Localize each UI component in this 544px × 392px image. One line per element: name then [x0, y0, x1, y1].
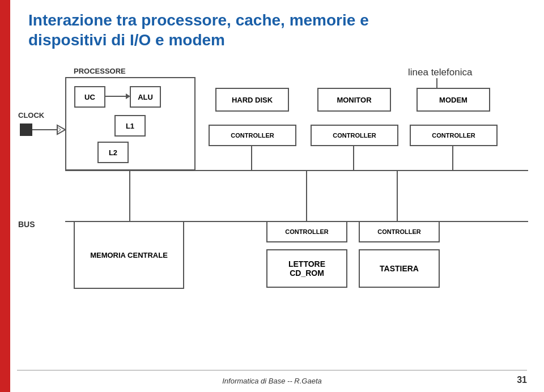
bus-line	[65, 170, 528, 171]
tastiera-controller-box: CONTROLLER	[359, 221, 440, 242]
uc-alu-arrow	[105, 91, 130, 101]
mc-vert-line	[129, 170, 130, 223]
alu-box: ALU	[130, 86, 161, 108]
red-bar	[0, 0, 10, 392]
clock-arrow	[32, 122, 65, 138]
modem-box: MODEM	[416, 88, 490, 112]
l1-box: L1	[114, 115, 146, 137]
lettore-cdrom-box: LETTORE CD_ROM	[266, 249, 347, 288]
title-line2: dispositivi di I/O e modem	[28, 30, 527, 50]
monitor-box: MONITOR	[317, 88, 391, 112]
hd-controller-box: CONTROLLER	[209, 125, 296, 146]
clock-square	[20, 123, 32, 136]
footer-divider	[17, 370, 527, 370]
l2-box: L2	[97, 142, 129, 163]
linea-telefonica-label: linea telefonica	[408, 67, 472, 78]
hard-disk-box: HARD DISK	[215, 88, 289, 112]
hd-vert-line	[251, 146, 252, 170]
modem-vert-line	[452, 146, 453, 170]
clock-label: CLOCK	[18, 111, 44, 120]
cdrom-vert-line	[306, 170, 307, 223]
tastiera-vert-line	[397, 170, 398, 223]
modem-controller-box: CONTROLLER	[410, 125, 498, 146]
memoria-centrale-box: MEMORIA CENTRALE	[74, 221, 184, 289]
processore-box: UC ALU L1 L2	[65, 77, 196, 171]
bus-label: BUS	[18, 220, 35, 229]
title-line1: Interazione tra processore, cache, memor…	[28, 10, 527, 30]
footer-text: Informatica di Base -- R.Gaeta	[0, 377, 544, 385]
monitor-controller-box: CONTROLLER	[311, 125, 398, 146]
cdrom-controller-box: CONTROLLER	[266, 221, 347, 242]
svg-marker-2	[126, 93, 130, 99]
monitor-vert-line	[353, 146, 354, 170]
page-number: 31	[517, 375, 527, 385]
uc-box: UC	[74, 86, 105, 108]
tastiera-box: TASTIERA	[359, 249, 440, 288]
svg-marker-4	[57, 125, 65, 134]
processore-label: PROCESSORE	[74, 67, 126, 75]
